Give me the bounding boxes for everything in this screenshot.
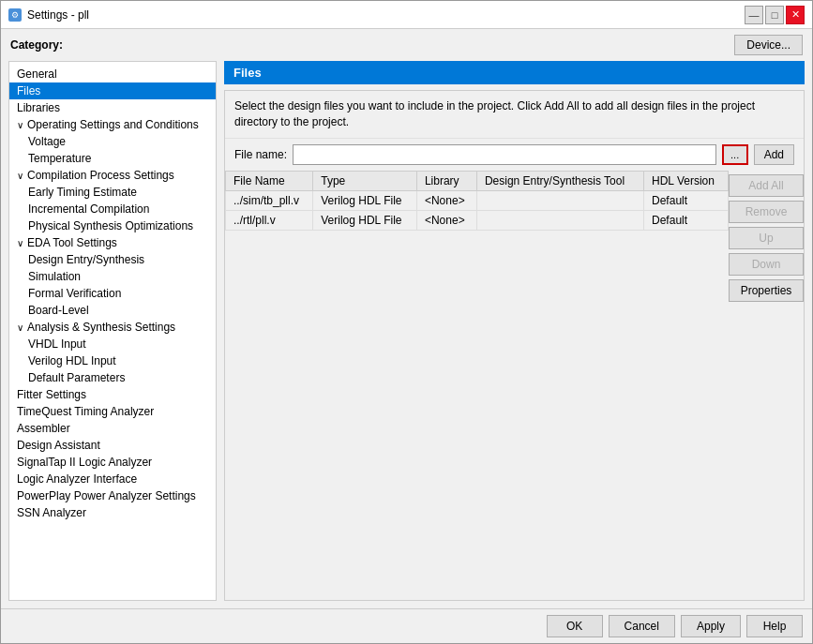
settings-window: ⚙ Settings - pll — □ ✕ Category: Device.… xyxy=(0,0,813,644)
device-button[interactable]: Device... xyxy=(734,35,803,55)
table-row[interactable]: ../sim/tb_pll.vVerilog HDL File<None>Def… xyxy=(226,190,729,210)
maximize-button[interactable]: □ xyxy=(765,6,784,24)
sidebar-item-physical-synthesis[interactable]: Physical Synthesis Optimizations xyxy=(9,217,216,234)
sidebar-item-libraries[interactable]: Libraries xyxy=(9,99,216,116)
col-hdl-version: HDL Version xyxy=(644,171,729,190)
sidebar-item-assembler[interactable]: Assembler xyxy=(9,420,216,437)
table-cell xyxy=(476,210,643,230)
table-cell: <None> xyxy=(416,210,476,230)
minimize-button[interactable]: — xyxy=(745,6,763,24)
sidebar-item-powerplay[interactable]: PowerPlay Power Analyzer Settings xyxy=(9,487,216,504)
up-button[interactable]: Up xyxy=(729,227,804,249)
table-cell: Default xyxy=(644,210,729,230)
window-icon: ⚙ xyxy=(8,8,22,22)
sidebar-item-general[interactable]: General xyxy=(9,66,216,82)
file-table-container: File Name Type Library Design Entry/Synt… xyxy=(225,171,729,600)
expand-icon-analysis: ∨ xyxy=(17,322,23,333)
sidebar-item-fitter[interactable]: Fitter Settings xyxy=(9,386,216,403)
sidebar: General Files Libraries ∨ Operating Sett… xyxy=(8,61,217,601)
col-design-entry: Design Entry/Synthesis Tool xyxy=(476,171,643,190)
sidebar-item-design-assistant[interactable]: Design Assistant xyxy=(9,437,216,454)
file-name-input[interactable] xyxy=(293,144,716,165)
category-label: Category: xyxy=(10,38,63,52)
window-title: Settings - pll xyxy=(27,8,89,22)
sidebar-item-default-params[interactable]: Default Parameters xyxy=(9,369,216,386)
title-controls: — □ ✕ xyxy=(745,6,805,24)
table-cell: Verilog HDL File xyxy=(313,190,417,210)
col-library: Library xyxy=(416,171,476,190)
main-area: General Files Libraries ∨ Operating Sett… xyxy=(1,61,812,608)
file-name-row: File name: ... Add xyxy=(225,139,804,171)
title-bar-left: ⚙ Settings - pll xyxy=(8,8,89,22)
bottom-bar: OK Cancel Apply Help xyxy=(1,608,812,643)
table-cell: <None> xyxy=(416,190,476,210)
ok-button[interactable]: OK xyxy=(547,615,603,637)
expand-icon-comp: ∨ xyxy=(17,171,23,181)
panel-description: Select the design files you want to incl… xyxy=(225,91,804,139)
close-button[interactable]: ✕ xyxy=(786,6,805,24)
category-row: Category: Device... xyxy=(1,29,812,61)
table-cell xyxy=(476,190,643,210)
sidebar-item-logic-analyzer[interactable]: Logic Analyzer Interface xyxy=(9,471,216,487)
col-type: Type xyxy=(313,171,417,190)
panel-main: Select the design files you want to incl… xyxy=(224,90,805,601)
properties-button[interactable]: Properties xyxy=(729,279,804,302)
file-name-label: File name: xyxy=(234,148,287,161)
sidebar-item-design-entry[interactable]: Design Entry/Synthesis xyxy=(9,251,216,268)
sidebar-item-verilog-hdl[interactable]: Verilog HDL Input xyxy=(9,352,216,369)
sidebar-item-analysis-synthesis[interactable]: ∨ Analysis & Synthesis Settings xyxy=(9,319,216,336)
sidebar-item-board-level[interactable]: Board-Level xyxy=(9,302,216,319)
sidebar-item-temperature[interactable]: Temperature xyxy=(9,150,216,167)
sidebar-item-formal-verification[interactable]: Formal Verification xyxy=(9,285,216,302)
table-cell: Verilog HDL File xyxy=(313,210,417,230)
file-row-area: File Name Type Library Design Entry/Synt… xyxy=(225,171,804,600)
help-button[interactable]: Help xyxy=(746,615,803,637)
sidebar-item-operating-settings[interactable]: ∨ Operating Settings and Conditions xyxy=(9,116,216,133)
apply-button[interactable]: Apply xyxy=(681,615,741,637)
table-row[interactable]: ../rtl/pll.vVerilog HDL File<None>Defaul… xyxy=(226,210,729,230)
sidebar-item-incremental[interactable]: Incremental Compilation xyxy=(9,201,216,217)
down-button[interactable]: Down xyxy=(729,253,804,276)
right-panel: Files Select the design files you want t… xyxy=(224,61,805,601)
sidebar-item-files[interactable]: Files xyxy=(9,82,216,99)
files-table: File Name Type Library Design Entry/Synt… xyxy=(225,171,729,231)
expand-icon: ∨ xyxy=(17,120,23,130)
sidebar-item-ssn[interactable]: SSN Analyzer xyxy=(9,504,216,521)
table-cell: ../sim/tb_pll.v xyxy=(226,190,313,210)
remove-button[interactable]: Remove xyxy=(729,201,804,223)
browse-button[interactable]: ... xyxy=(722,144,748,165)
panel-header: Files xyxy=(224,61,805,84)
sidebar-item-voltage[interactable]: Voltage xyxy=(9,133,216,150)
title-bar: ⚙ Settings - pll — □ ✕ xyxy=(1,1,812,29)
sidebar-item-signaltap[interactable]: SignalTap II Logic Analyzer xyxy=(9,454,216,471)
side-buttons: Add All Remove Up Down Properties xyxy=(729,171,804,600)
sidebar-item-timequest[interactable]: TimeQuest Timing Analyzer xyxy=(9,403,216,420)
add-all-button[interactable]: Add All xyxy=(729,174,804,197)
sidebar-item-simulation[interactable]: Simulation xyxy=(9,268,216,285)
cancel-button[interactable]: Cancel xyxy=(609,615,675,637)
sidebar-item-compilation-process[interactable]: ∨ Compilation Process Settings xyxy=(9,167,216,184)
table-cell: Default xyxy=(644,190,729,210)
table-cell: ../rtl/pll.v xyxy=(226,210,313,230)
sidebar-item-eda-tool[interactable]: ∨ EDA Tool Settings xyxy=(9,234,216,251)
sidebar-item-vhdl-input[interactable]: VHDL Input xyxy=(9,336,216,352)
expand-icon-eda: ∨ xyxy=(17,238,23,248)
add-button[interactable]: Add xyxy=(754,144,794,165)
content-area: Category: Device... General Files Librar… xyxy=(1,29,812,608)
col-file-name: File Name xyxy=(226,171,313,190)
sidebar-item-early-timing[interactable]: Early Timing Estimate xyxy=(9,184,216,201)
